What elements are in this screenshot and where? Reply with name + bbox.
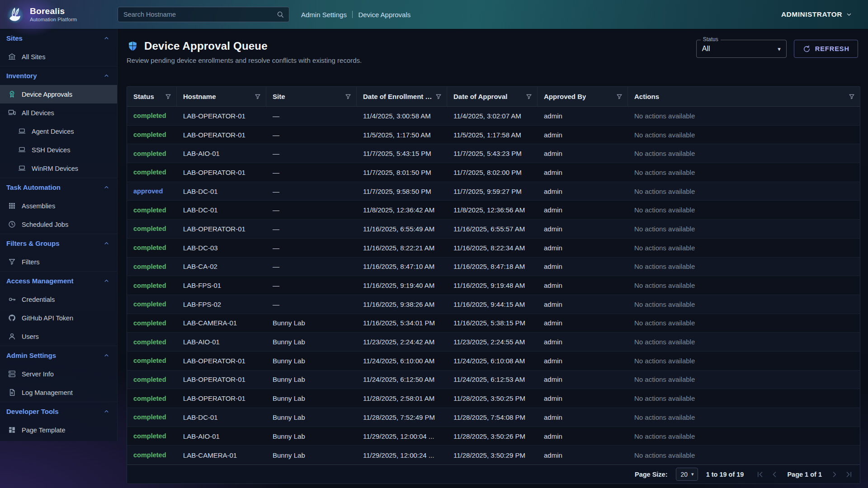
column-header-hostname[interactable]: Hostname: [177, 87, 266, 106]
hostname-cell: LAB-DC-01: [177, 206, 266, 214]
table-row[interactable]: completedLAB-DC-01Bunny Lab11/28/2025, 7…: [127, 408, 860, 427]
borealis-logo-icon: [5, 5, 25, 24]
table-row[interactable]: completedLAB-AIO-01Bunny Lab11/23/2025, …: [127, 333, 860, 352]
sidebar-section-developer-tools: Developer ToolsPage Template: [0, 402, 117, 439]
sidebar-section-header-admin-settings[interactable]: Admin Settings: [0, 346, 117, 365]
status-cell: completed: [127, 300, 177, 308]
filter-icon[interactable]: [848, 93, 855, 100]
table-row[interactable]: completedLAB-AIO-01—11/7/2025, 5:43:15 P…: [127, 144, 860, 163]
approved-by-cell: admin: [538, 282, 628, 289]
status-cell: completed: [127, 150, 177, 157]
actions-cell: No actions available: [628, 319, 860, 327]
actions-cell: No actions available: [628, 169, 860, 176]
sidebar-section-inventory: InventoryDevice ApprovalsAll DevicesAgen…: [0, 66, 117, 178]
sidebar-item-all-sites[interactable]: All Sites: [0, 47, 117, 66]
table-row[interactable]: completedLAB-CA-02—11/16/2025, 8:47:10 A…: [127, 258, 860, 277]
sidebar-item-filters[interactable]: Filters: [0, 253, 117, 271]
sidebar-item-credentials[interactable]: Credentials: [0, 290, 117, 309]
filter-icon[interactable]: [344, 93, 352, 100]
sidebar-section-header-developer-tools[interactable]: Developer Tools: [0, 402, 117, 421]
sidebar-item-users[interactable]: Users: [0, 327, 117, 346]
approved-by-cell: admin: [538, 225, 628, 233]
user-menu[interactable]: ADMINISTRATOR: [781, 10, 853, 19]
column-header-approved-by[interactable]: Approved By: [538, 87, 628, 106]
sidebar-section-access-management: Access ManagementCredentialsGitHub API T…: [0, 271, 117, 346]
actions-cell: No actions available: [628, 413, 860, 421]
next-page-button[interactable]: [830, 470, 839, 479]
table-row[interactable]: completedLAB-AIO-01Bunny Lab11/29/2025, …: [127, 427, 860, 446]
approved-by-cell: admin: [538, 413, 628, 421]
table-row[interactable]: completedLAB-OPERATOR-01—11/16/2025, 6:5…: [127, 220, 860, 239]
column-header-actions[interactable]: Actions: [628, 87, 860, 106]
first-page-button[interactable]: [755, 470, 764, 479]
approval-date-cell: 11/4/2025, 3:02:07 AM: [447, 112, 538, 120]
breadcrumb-device-approvals[interactable]: Device Approvals: [358, 11, 410, 19]
table-row[interactable]: completedLAB-DC-01—11/8/2025, 12:36:42 A…: [127, 201, 860, 220]
sidebar-section-header-task-automation[interactable]: Task Automation: [0, 178, 117, 197]
sidebar-item-device-approvals[interactable]: Device Approvals: [0, 85, 117, 103]
chevron-up-icon: [103, 277, 110, 284]
table-row[interactable]: completedLAB-CAMERA-01Bunny Lab11/29/202…: [127, 446, 860, 465]
sidebar-item-agent-devices[interactable]: Agent Devices: [0, 122, 117, 141]
refresh-button[interactable]: REFRESH: [794, 40, 858, 58]
sidebar-item-log-management[interactable]: Log Management: [0, 383, 117, 402]
sidebar-item-scheduled-jobs[interactable]: Scheduled Jobs: [0, 215, 117, 234]
sidebar-section-header-access-management[interactable]: Access Management: [0, 272, 117, 290]
table-row[interactable]: completedLAB-OPERATOR-01Bunny Lab11/24/2…: [127, 352, 860, 371]
approved-by-cell: admin: [538, 131, 628, 139]
column-label: Status: [133, 93, 154, 100]
page-size-select[interactable]: 20 ▾: [676, 468, 698, 481]
approved-by-cell: admin: [538, 375, 628, 383]
approved-by-cell: admin: [538, 169, 628, 176]
sidebar-section-header-sites[interactable]: Sites: [0, 29, 117, 47]
filter-icon[interactable]: [616, 93, 623, 100]
filter-icon[interactable]: [165, 93, 172, 100]
table-row[interactable]: completedLAB-OPERATOR-01Bunny Lab11/28/2…: [127, 389, 860, 408]
sidebar-item-label: SSH Devices: [32, 146, 70, 154]
breadcrumb-admin-settings[interactable]: Admin Settings: [301, 11, 347, 19]
sidebar-item-all-devices[interactable]: All Devices: [0, 103, 117, 122]
filter-icon[interactable]: [435, 93, 442, 100]
table-row[interactable]: approvedLAB-DC-01—11/7/2025, 9:58:50 PM1…: [127, 182, 860, 201]
column-header-status[interactable]: Status: [127, 87, 177, 106]
devices-icon: [8, 108, 16, 117]
table-row[interactable]: completedLAB-FPS-01—11/16/2025, 9:19:40 …: [127, 276, 860, 295]
approval-date-cell: 11/24/2025, 6:10:08 AM: [447, 357, 538, 365]
status-filter-select[interactable]: Status All ▾: [696, 40, 787, 58]
column-header-approval-date[interactable]: Date of Approval: [447, 87, 538, 106]
filter-icon[interactable]: [525, 93, 533, 100]
sidebar-section-header-filters-groups[interactable]: Filters & Groups: [0, 234, 117, 253]
chevron-up-icon: [103, 184, 110, 191]
last-page-button[interactable]: [844, 470, 854, 479]
sidebar-item-winrm-devices[interactable]: WinRM Devices: [0, 159, 117, 178]
search-input[interactable]: [118, 11, 276, 18]
table-row[interactable]: completedLAB-CAMERA-01Bunny Lab11/16/202…: [127, 314, 860, 333]
column-header-enrollment-date[interactable]: Date of Enrollment R...: [357, 87, 447, 106]
hostname-cell: LAB-OPERATOR-01: [177, 112, 266, 120]
sidebar-item-page-template[interactable]: Page Template: [0, 421, 117, 439]
site-cell: —: [266, 282, 357, 289]
search-icon[interactable]: [276, 10, 284, 19]
sidebar-item-github-api-token[interactable]: GitHub API Token: [0, 309, 117, 327]
table-row[interactable]: completedLAB-OPERATOR-01—11/7/2025, 8:01…: [127, 163, 860, 182]
page-size-label: Page Size:: [635, 471, 668, 478]
column-header-site[interactable]: Site: [266, 87, 357, 106]
approval-date-cell: 11/28/2025, 7:54:08 PM: [447, 413, 538, 421]
table-row[interactable]: completedLAB-OPERATOR-01—11/4/2025, 3:00…: [127, 107, 860, 126]
filter-icon[interactable]: [254, 93, 261, 100]
table-row[interactable]: completedLAB-OPERATOR-01Bunny Lab11/24/2…: [127, 371, 860, 389]
table-row[interactable]: completedLAB-FPS-02—11/16/2025, 9:38:26 …: [127, 295, 860, 314]
status-cell: completed: [127, 338, 177, 346]
sidebar-item-assemblies[interactable]: Assemblies: [0, 197, 117, 215]
hostname-cell: LAB-OPERATOR-01: [177, 357, 266, 365]
table-row[interactable]: completedLAB-DC-03—11/16/2025, 8:22:21 A…: [127, 239, 860, 258]
site-cell: Bunny Lab: [266, 375, 357, 383]
sidebar-item-ssh-devices[interactable]: SSH Devices: [0, 141, 117, 159]
sidebar-item-server-info[interactable]: Server Info: [0, 365, 117, 383]
status-cell: completed: [127, 319, 177, 327]
table-row[interactable]: completedLAB-OPERATOR-01—11/5/2025, 1:17…: [127, 126, 860, 145]
page-indicator: Page 1 of 1: [787, 471, 822, 478]
brand-name: Borealis: [30, 7, 77, 16]
sidebar-section-header-inventory[interactable]: Inventory: [0, 66, 117, 85]
previous-page-button[interactable]: [770, 470, 779, 479]
